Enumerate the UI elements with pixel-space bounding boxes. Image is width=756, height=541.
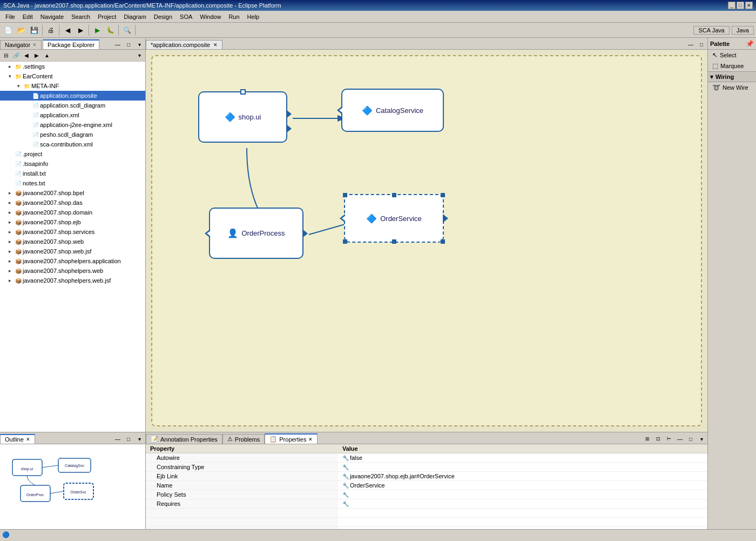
tree-item-earcontent[interactable]: ▾ 📁 EarContent (0, 71, 145, 81)
minimize-button[interactable]: _ (728, 2, 735, 9)
tree-item-j2ee-engine[interactable]: 📄 application-j2ee-engine.xml (0, 120, 145, 130)
tree-item-tssapinfo[interactable]: 📄 .tssapinfo (0, 159, 145, 169)
tree-item-meta-inf[interactable]: ▾ 📁 META-INF (0, 81, 145, 91)
props-menu[interactable]: ▾ (697, 434, 706, 444)
tree-item-bpel[interactable]: ▸ 📦 javaone2007.shop.bpel (0, 188, 145, 198)
tab-navigator[interactable]: Navigator ✕ (0, 40, 42, 49)
view-menu-left-button[interactable]: ▾ (134, 39, 144, 49)
menu-soa[interactable]: SOA (177, 12, 195, 21)
nav-forward-button[interactable]: ▶ (32, 51, 42, 61)
menu-help[interactable]: Help (244, 12, 263, 21)
minimize-left-button[interactable]: — (113, 39, 123, 49)
svg-text:OrderSvc: OrderSvc (70, 490, 86, 494)
tab-annotation-properties[interactable]: 📝 Annotation Properties (146, 434, 222, 444)
props-maximize[interactable]: □ (686, 434, 696, 444)
prop-constraining-value: 🔧 (338, 463, 707, 472)
collapse-all-button[interactable]: ⊟ (1, 51, 11, 61)
left-panel: Navigator ✕ Package Explorer — □ ▾ ⊟ 🔗 ◀… (0, 38, 146, 529)
editor-minimize[interactable]: — (686, 39, 696, 49)
menu-window[interactable]: Window (197, 12, 224, 21)
sep-1 (42, 25, 43, 36)
marquee-icon: ⬚ (712, 62, 718, 70)
tree-item-application-composite[interactable]: 📄 application.composite (0, 91, 145, 101)
editor-canvas[interactable]: 🔷 shop.ui 🔷 CatalogService (146, 50, 707, 432)
tab-application-composite[interactable]: *application.composite ✕ (146, 40, 222, 49)
tree-item-application-scdl[interactable]: 📄 application.scdl_diagram (0, 101, 145, 110)
component-shop-ui[interactable]: 🔷 shop.ui (198, 91, 287, 143)
navigator-tab-close[interactable]: ✕ (32, 42, 37, 48)
tree-item-shophelpers-web[interactable]: ▸ 📦 javaone2007.shophelpers.web (0, 266, 145, 276)
menu-navigate[interactable]: Navigate (37, 12, 67, 21)
nav-up-button[interactable]: ▲ (42, 51, 52, 61)
properties-close-icon[interactable]: ✕ (308, 437, 313, 442)
outline-close-icon[interactable]: ✕ (26, 437, 30, 442)
forward-button[interactable]: ▶ (75, 24, 86, 36)
palette-select[interactable]: ↖ Select (708, 50, 756, 61)
new-button[interactable]: 📄 (2, 24, 14, 36)
bottom-tabs: 📝 Annotation Properties ⚠ Problems 📋 Pro… (146, 432, 707, 444)
menu-search[interactable]: Search (68, 12, 93, 21)
tree-item-pesho[interactable]: 📄 pesho.scdl_diagram (0, 130, 145, 139)
props-minimize[interactable]: — (675, 434, 685, 444)
tree-item-shophelpers-webjsf[interactable]: ▸ 📦 javaone2007.shophelpers.web.jsf (0, 276, 145, 285)
tree-item-install[interactable]: 📄 install.txt (0, 169, 145, 178)
nav-back-button[interactable]: ◀ (22, 51, 31, 61)
outline-maximize[interactable]: □ (124, 434, 133, 444)
tree-item-application-xml[interactable]: 📄 application.xml (0, 110, 145, 120)
java-label[interactable]: Java (732, 26, 754, 35)
component-order-process[interactable]: 👤 OrderProcess (209, 208, 303, 259)
debug-button[interactable]: 🐛 (104, 24, 116, 36)
menu-design[interactable]: Design (151, 12, 176, 21)
props-icon-3[interactable]: ⊢ (664, 434, 674, 444)
run-button[interactable]: ▶ (91, 24, 103, 36)
palette-marquee[interactable]: ⬚ Marquee (708, 61, 756, 71)
link-editor-button[interactable]: 🔗 (11, 51, 21, 61)
menu-project[interactable]: Project (94, 12, 119, 21)
tree-item-services[interactable]: ▸ 📦 javaone2007.shop.services (0, 227, 145, 237)
editor-maximize[interactable]: □ (697, 39, 706, 49)
tab-properties[interactable]: 📋 Properties ✕ (265, 433, 318, 444)
close-button[interactable]: ✕ (745, 2, 753, 9)
tree-item-project[interactable]: 📄 .project (0, 149, 145, 159)
outline-menu[interactable]: ▾ (134, 434, 144, 444)
tree-item-webjsf[interactable]: ▸ 📦 javaone2007.shop.web.jsf (0, 246, 145, 256)
tab-outline[interactable]: Outline ✕ (0, 434, 35, 444)
back-button[interactable]: ◀ (62, 24, 73, 36)
tree-item-das[interactable]: ▸ 📦 javaone2007.shop.das (0, 198, 145, 208)
palette-new-wire[interactable]: ➰ New Wire (708, 82, 756, 93)
open-button[interactable]: 📂 (15, 24, 27, 36)
menu-edit[interactable]: Edit (19, 12, 36, 21)
props-icon-1[interactable]: ⊞ (643, 434, 652, 444)
tree-item-notes[interactable]: 📄 notes.txt (0, 178, 145, 188)
tree-item-sca-contribution[interactable]: 📄 sca-contribution.xml (0, 139, 145, 149)
tab-problems[interactable]: ⚠ Problems (222, 434, 265, 444)
tree-item-ejb[interactable]: ▸ 📦 javaone2007.shop.ejb (0, 217, 145, 227)
tree-item-web[interactable]: ▸ 📦 javaone2007.shop.web (0, 237, 145, 246)
palette-section-wiring[interactable]: ▾ Wiring (708, 71, 756, 82)
component-order-service[interactable]: 🔷 OrderService (344, 194, 444, 243)
print-button[interactable]: 🖨 (45, 24, 57, 36)
titlebar-controls[interactable]: _ □ ✕ (728, 2, 753, 9)
editor-tab-close[interactable]: ✕ (213, 42, 218, 48)
outline-minimize[interactable]: — (113, 434, 123, 444)
tab-package-explorer[interactable]: Package Explorer (43, 39, 99, 49)
menu-diagram[interactable]: Diagram (120, 12, 150, 21)
sca-java-label[interactable]: SCA Java (693, 26, 729, 35)
order-service-label: OrderService (380, 215, 422, 223)
maximize-left-button[interactable]: □ (124, 39, 133, 49)
component-catalog-service[interactable]: 🔷 CatalogService (341, 89, 444, 132)
filter-button[interactable]: ▾ (134, 51, 144, 61)
tree-item-domain[interactable]: ▸ 📦 javaone2007.shop.domain (0, 208, 145, 217)
props-icon-2[interactable]: ⊡ (653, 434, 663, 444)
menu-file[interactable]: File (2, 12, 18, 21)
tree-item-settings[interactable]: ▸ 📁 .settings (0, 62, 145, 71)
palette-pin-icon[interactable]: 📌 (746, 40, 754, 48)
prop-empty-1 (146, 509, 707, 518)
save-button[interactable]: 💾 (28, 24, 40, 36)
outline-content: shop.ui CatalogSvc OrderProc OrderSvc (0, 444, 145, 529)
menu-run[interactable]: Run (225, 12, 242, 21)
tree-item-shophelpers-app[interactable]: ▸ 📦 javaone2007.shophelpers.application (0, 256, 145, 266)
prop-name-name: Name (146, 481, 338, 490)
maximize-button[interactable]: □ (737, 2, 744, 9)
search-button[interactable]: 🔍 (121, 24, 133, 36)
